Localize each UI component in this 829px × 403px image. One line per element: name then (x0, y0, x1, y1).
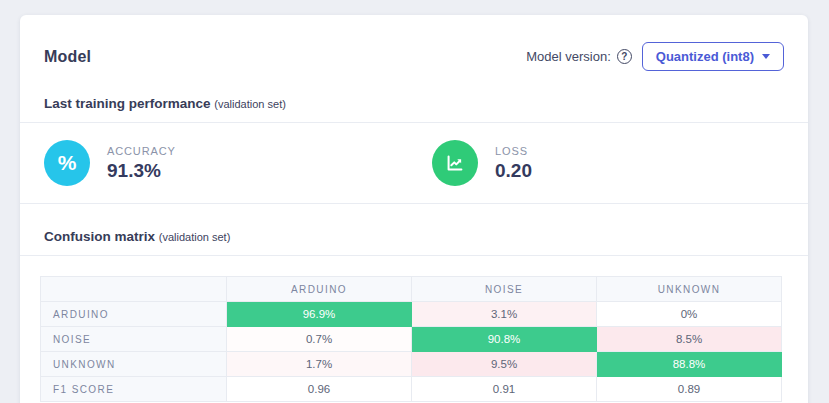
loss-metric: LOSS 0.20 (432, 140, 532, 186)
matrix-cell: 0.7% (227, 327, 412, 352)
confusion-matrix-table-wrap: ARDUINO NOISE UNKNOWN ARDUINO 96.9% 3.1%… (20, 256, 808, 403)
matrix-cell: 96.9% (227, 302, 412, 327)
divider (20, 203, 808, 204)
chevron-down-icon (762, 54, 770, 59)
matrix-cell: 0.91 (412, 377, 597, 402)
training-performance-title: Last training performance (44, 96, 211, 111)
metrics-row: % ACCURACY 91.3% LOSS 0.20 (20, 123, 808, 203)
row-label-f1-score: F1 SCORE (41, 377, 227, 402)
matrix-cell: 8.5% (597, 327, 782, 352)
matrix-cell: 88.8% (597, 352, 782, 377)
table-row: ARDUINO 96.9% 3.1% 0% (41, 302, 782, 327)
row-label-arduino: ARDUINO (41, 302, 227, 327)
table-row: F1 SCORE 0.96 0.91 0.89 (41, 377, 782, 402)
column-header-unknown: UNKNOWN (597, 277, 782, 302)
accuracy-label: ACCURACY (107, 145, 176, 157)
line-chart-icon (432, 140, 478, 186)
confusion-matrix-heading: Confusion matrix (validation set) (44, 229, 784, 244)
page-title: Model (44, 48, 91, 66)
matrix-cell: 9.5% (412, 352, 597, 377)
matrix-cell: 0.96 (227, 377, 412, 402)
matrix-cell: 90.8% (412, 327, 597, 352)
model-card: Model Model version: ? Quantized (int8) … (20, 15, 808, 403)
model-version-label: Model version: (526, 49, 611, 64)
table-header-row: ARDUINO NOISE UNKNOWN (41, 277, 782, 302)
confusion-matrix-table: ARDUINO NOISE UNKNOWN ARDUINO 96.9% 3.1%… (40, 276, 782, 402)
accuracy-text: ACCURACY 91.3% (107, 145, 176, 182)
percent-glyph: % (58, 151, 77, 175)
row-label-unknown: UNKNOWN (41, 352, 227, 377)
help-icon[interactable]: ? (617, 49, 632, 64)
model-version-group: Model version: ? Quantized (int8) (526, 42, 784, 71)
model-version-dropdown[interactable]: Quantized (int8) (642, 42, 784, 71)
matrix-cell: 0.89 (597, 377, 782, 402)
matrix-cell: 0% (597, 302, 782, 327)
training-performance-subtitle: (validation set) (214, 98, 286, 110)
percent-icon: % (44, 140, 90, 186)
matrix-cell: 3.1% (412, 302, 597, 327)
confusion-matrix-title: Confusion matrix (44, 229, 155, 244)
confusion-matrix-subtitle: (validation set) (159, 231, 231, 243)
accuracy-value: 91.3% (107, 160, 176, 182)
loss-label: LOSS (495, 145, 532, 157)
loss-value: 0.20 (495, 160, 532, 182)
card-header: Model Model version: ? Quantized (int8) (20, 15, 808, 71)
accuracy-metric: % ACCURACY 91.3% (44, 140, 432, 186)
column-header-noise: NOISE (412, 277, 597, 302)
matrix-cell: 1.7% (227, 352, 412, 377)
table-row: UNKNOWN 1.7% 9.5% 88.8% (41, 352, 782, 377)
loss-text: LOSS 0.20 (495, 145, 532, 182)
model-version-value: Quantized (int8) (656, 49, 754, 64)
corner-cell (41, 277, 227, 302)
table-row: NOISE 0.7% 90.8% 8.5% (41, 327, 782, 352)
column-header-arduino: ARDUINO (227, 277, 412, 302)
row-label-noise: NOISE (41, 327, 227, 352)
training-performance-heading: Last training performance (validation se… (44, 96, 784, 111)
